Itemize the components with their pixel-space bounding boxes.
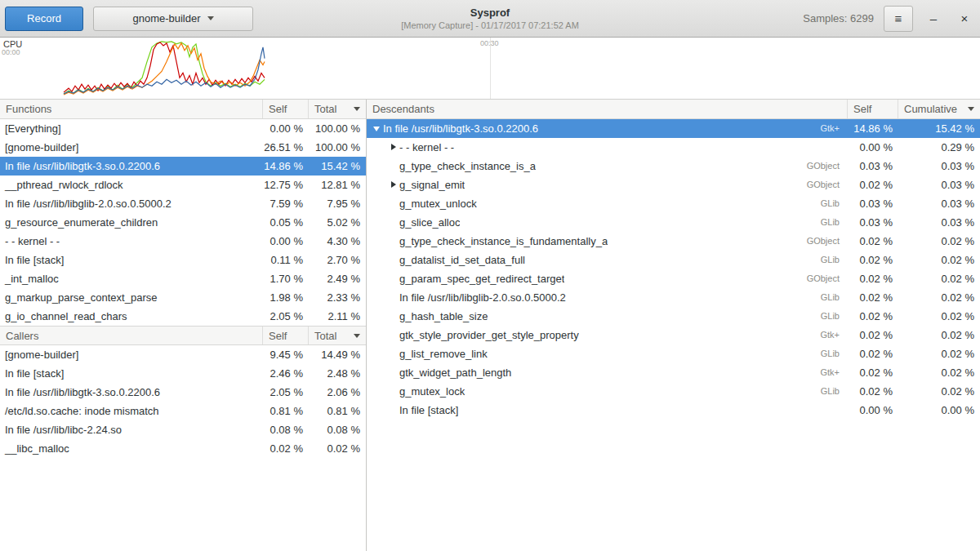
sysprof-window: Record gnome-builder Sysprof [Memory Cap… <box>0 0 980 551</box>
table-row[interactable]: In file /usr/lib/libglib-2.0.so.0.5000.2… <box>0 194 366 213</box>
total-percent: 2.48 % <box>309 364 366 383</box>
expander-icon[interactable] <box>388 138 399 157</box>
library-tag: Gtk+ <box>813 119 843 138</box>
total-percent: 4.30 % <box>309 232 366 251</box>
minimize-button[interactable]: – <box>923 7 944 31</box>
expander-spacer <box>388 401 399 420</box>
table-row[interactable]: In file /usr/lib/libgtk-3.so.0.2200.6Gtk… <box>367 119 980 138</box>
function-name: In file [stack] <box>0 364 263 383</box>
cumulative-percent: 0.02 % <box>898 382 980 401</box>
table-row[interactable]: __libc_malloc0.02 %0.02 % <box>0 439 366 458</box>
table-row[interactable]: gtk_widget_path_lengthGtk+0.02 %0.02 % <box>367 363 980 382</box>
table-row[interactable]: gtk_style_provider_get_style_propertyGtk… <box>367 326 980 344</box>
self-percent: 0.02 % <box>848 363 898 382</box>
tree-indent <box>372 241 388 242</box>
close-button[interactable]: × <box>954 7 975 31</box>
descendants-header-label: Descendants <box>372 103 434 115</box>
total-percent: 2.70 % <box>309 251 366 269</box>
left-pane: Functions Self Total [Everything]0.00 %1… <box>0 100 367 551</box>
cpu-graph-panel[interactable]: CPU 00:00 00:30 <box>0 38 980 100</box>
descendant-name-cell: g_type_check_instance_is_aGObject <box>367 157 848 176</box>
self-percent: 0.02 % <box>848 176 898 194</box>
record-button[interactable]: Record <box>5 7 83 31</box>
table-row[interactable]: g_markup_parse_context_parse1.98 %2.33 % <box>0 288 366 307</box>
table-row[interactable]: g_type_check_instance_is_fundamentally_a… <box>367 232 980 251</box>
self-header-label: Self <box>269 330 287 342</box>
table-row[interactable]: In file [stack]0.11 %2.70 % <box>0 251 366 269</box>
table-row[interactable]: g_resource_enumerate_children0.05 %5.02 … <box>0 213 366 232</box>
tree-indent <box>372 297 388 298</box>
descendants-cumulative-column-header[interactable]: Cumulative <box>898 100 980 118</box>
table-row[interactable]: g_io_channel_read_chars2.05 %2.11 % <box>0 307 366 326</box>
callers-rows: [gnome-builder]9.45 %14.49 %In file [sta… <box>0 345 366 458</box>
table-row[interactable]: [gnome-builder]26.51 %100.00 % <box>0 138 366 157</box>
table-row[interactable]: In file /usr/lib/libgtk-3.so.0.2200.614.… <box>0 157 366 176</box>
table-row[interactable]: g_datalist_id_set_data_fullGLib0.02 %0.0… <box>367 251 980 269</box>
table-row[interactable]: In file [stack]2.46 %2.48 % <box>0 364 366 383</box>
self-percent: 0.02 % <box>848 269 898 288</box>
descendants-column-header[interactable]: Descendants <box>367 100 848 118</box>
table-row[interactable]: g_mutex_unlockGLib0.03 %0.03 % <box>367 194 980 213</box>
expander-icon[interactable] <box>372 119 383 138</box>
callers-self-column-header[interactable]: Self <box>263 327 309 344</box>
cumulative-percent: 0.02 % <box>898 232 980 251</box>
table-row[interactable]: - - kernel - -0.00 %0.29 % <box>367 138 980 157</box>
total-percent: 100.00 % <box>309 119 366 138</box>
descendant-name-cell: g_mutex_lockGLib <box>367 382 848 401</box>
headerbar: Record gnome-builder Sysprof [Memory Cap… <box>0 0 980 38</box>
library-tag: GObject <box>800 176 843 194</box>
self-percent: 14.86 % <box>848 119 898 138</box>
table-row[interactable]: [gnome-builder]9.45 %14.49 % <box>0 345 366 364</box>
function-name: _int_malloc <box>0 269 263 288</box>
cumulative-percent: 15.42 % <box>898 119 980 138</box>
table-row[interactable]: In file /usr/lib/libglib-2.0.so.0.5000.2… <box>367 288 980 307</box>
process-selector-dropdown[interactable]: gnome-builder <box>93 7 253 31</box>
function-name: gtk_widget_path_length <box>399 363 511 382</box>
callers-total-column-header[interactable]: Total <box>309 327 366 344</box>
table-row[interactable]: g_signal_emitGObject0.02 %0.03 % <box>367 176 980 194</box>
table-row[interactable]: g_type_check_instance_is_aGObject0.03 %0… <box>367 157 980 176</box>
function-name: In file /usr/lib/libgtk-3.so.0.2200.6 <box>383 119 538 138</box>
table-row[interactable]: g_hash_table_sizeGLib0.02 %0.02 % <box>367 307 980 326</box>
cumulative-percent: 0.02 % <box>898 344 980 363</box>
table-row[interactable]: g_list_remove_linkGLib0.02 %0.02 % <box>367 344 980 363</box>
table-row[interactable]: /etc/ld.so.cache: inode mismatch0.81 %0.… <box>0 402 366 420</box>
table-row[interactable]: [Everything]0.00 %100.00 % <box>0 119 366 138</box>
expander-spacer <box>388 288 399 307</box>
cumulative-percent: 0.03 % <box>898 176 980 194</box>
table-row[interactable]: _int_malloc1.70 %2.49 % <box>0 269 366 288</box>
function-name: [Everything] <box>0 119 263 138</box>
chevron-down-icon <box>207 16 214 20</box>
descendant-name-cell: g_list_remove_linkGLib <box>367 344 848 363</box>
function-name: In file [stack] <box>0 251 263 269</box>
expander-icon[interactable] <box>388 176 399 194</box>
table-row[interactable]: g_mutex_lockGLib0.02 %0.02 % <box>367 382 980 401</box>
total-percent: 0.08 % <box>309 420 366 439</box>
total-percent: 12.81 % <box>309 176 366 194</box>
self-percent: 0.81 % <box>263 402 309 420</box>
function-name: In file /usr/lib/libglib-2.0.so.0.5000.2 <box>0 194 263 213</box>
functions-column-header[interactable]: Functions <box>0 100 263 118</box>
descendant-name-cell: g_param_spec_get_redirect_targetGObject <box>367 269 848 288</box>
functions-total-column-header[interactable]: Total <box>309 100 366 118</box>
table-row[interactable]: - - kernel - -0.00 %4.30 % <box>0 232 366 251</box>
table-row[interactable]: In file /usr/lib/libc-2.24.so0.08 %0.08 … <box>0 420 366 439</box>
total-percent: 15.42 % <box>309 157 366 176</box>
expander-spacer <box>388 363 399 382</box>
callers-column-header[interactable]: Callers <box>0 327 263 344</box>
table-row[interactable]: g_param_spec_get_redirect_targetGObject0… <box>367 269 980 288</box>
process-selector-label: gnome-builder <box>132 12 200 24</box>
cumulative-percent: 0.02 % <box>898 326 980 344</box>
self-percent: 0.08 % <box>263 420 309 439</box>
tree-indent <box>372 147 388 148</box>
table-row[interactable]: __pthread_rwlock_rdlock12.75 %12.81 % <box>0 176 366 194</box>
functions-self-column-header[interactable]: Self <box>263 100 309 118</box>
table-row[interactable]: In file [stack]0.00 %0.00 % <box>367 401 980 420</box>
cumulative-percent: 0.03 % <box>898 213 980 232</box>
library-tag: GObject <box>800 232 843 251</box>
table-row[interactable]: In file /usr/lib/libgtk-3.so.0.2200.62.0… <box>0 383 366 402</box>
menu-button[interactable]: ≡ <box>884 6 913 32</box>
table-row[interactable]: g_slice_allocGLib0.03 %0.03 % <box>367 213 980 232</box>
descendants-self-column-header[interactable]: Self <box>848 100 898 118</box>
expander-spacer <box>388 269 399 288</box>
